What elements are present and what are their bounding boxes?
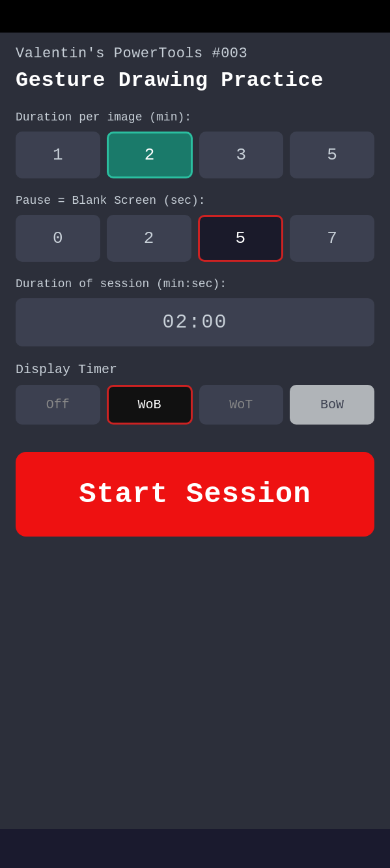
main-content: Valentin's PowerTools #003 Gesture Drawi… (0, 33, 390, 829)
duration-label: Duration per image (min): (16, 111, 374, 124)
app-title: Gesture Drawing Practice (16, 68, 374, 92)
duration-btn-2[interactable]: 2 (107, 132, 193, 178)
status-bar (0, 0, 390, 33)
timer-btn-off[interactable]: Off (16, 385, 100, 425)
timer-options: Off WoB WoT BoW (16, 385, 374, 425)
bottom-bar (0, 829, 390, 868)
timer-btn-wob[interactable]: WoB (107, 385, 193, 425)
duration-options: 1 2 3 5 (16, 132, 374, 178)
pause-label: Pause = Blank Screen (sec): (16, 194, 374, 207)
session-label: Duration of session (min:sec): (16, 277, 374, 290)
pause-btn-2[interactable]: 2 (107, 215, 191, 262)
duration-btn-3[interactable]: 3 (199, 132, 284, 178)
duration-btn-1[interactable]: 1 (16, 132, 100, 178)
pause-btn-0[interactable]: 0 (16, 215, 100, 262)
start-session-button[interactable]: Start Session (16, 452, 374, 537)
phone-container: Valentin's PowerTools #003 Gesture Drawi… (0, 0, 390, 868)
timer-btn-wot[interactable]: WoT (199, 385, 284, 425)
pause-options: 0 2 5 7 (16, 215, 374, 262)
session-duration-display: 02:00 (16, 298, 374, 346)
pause-btn-7[interactable]: 7 (290, 215, 374, 262)
app-subtitle: Valentin's PowerTools #003 (16, 46, 374, 62)
timer-btn-bow[interactable]: BoW (290, 385, 374, 425)
session-duration-value: 02:00 (162, 311, 227, 333)
pause-btn-5[interactable]: 5 (198, 215, 284, 262)
start-session-label: Start Session (79, 478, 311, 511)
timer-label: Display Timer (16, 362, 374, 377)
duration-btn-5[interactable]: 5 (290, 132, 374, 178)
